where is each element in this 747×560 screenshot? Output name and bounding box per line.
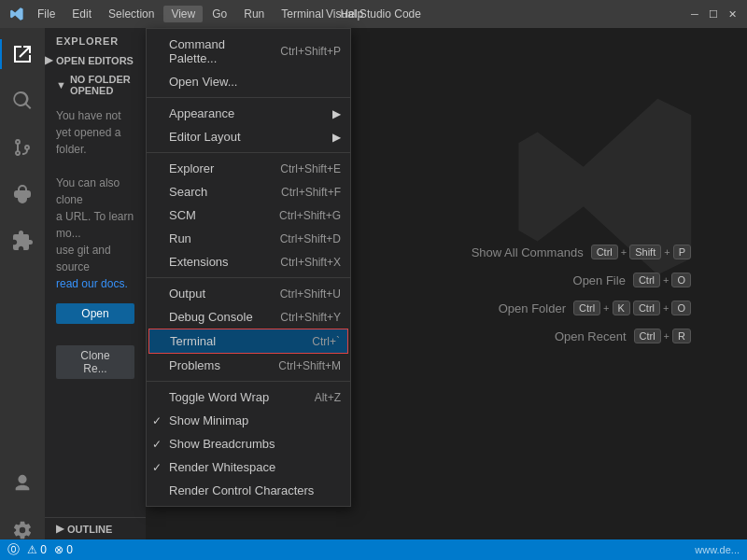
menu-render-control-chars[interactable]: Render Control Characters xyxy=(147,479,350,502)
key-ctrl: Ctrl xyxy=(573,301,600,315)
shortcut-label: Open Recent xyxy=(555,329,627,343)
activity-account[interactable] xyxy=(0,461,45,506)
main-layout: Explorer ▶ OPEN EDITORS ▼ NO FOLDER OPEN… xyxy=(0,28,747,560)
menu-terminal[interactable]: Terminal Ctrl+` xyxy=(148,329,348,354)
activity-explorer[interactable] xyxy=(0,32,45,77)
open-button[interactable]: Open xyxy=(56,303,134,324)
sidebar-open-editors[interactable]: ▶ OPEN EDITORS xyxy=(45,50,146,70)
menu-separator-4 xyxy=(147,381,350,382)
menu-view[interactable]: View xyxy=(163,6,203,22)
activity-extensions[interactable] xyxy=(0,218,45,263)
outline-label: OUTLINE xyxy=(67,524,112,535)
menu-extensions[interactable]: Extensions Ctrl+Shift+X xyxy=(147,250,350,273)
sidebar-header: Explorer xyxy=(45,28,146,50)
menu-separator-3 xyxy=(147,277,350,278)
menu-edit[interactable]: Edit xyxy=(64,6,99,22)
statusbar: ⓪ ⚠ 0 ⊗ 0 www.de... xyxy=(0,539,747,560)
shortcut-label: Show All Commands xyxy=(472,245,584,259)
menu-command-palette[interactable]: Command Palette... Ctrl+Shift+P xyxy=(147,33,350,70)
titlebar-menu: File Edit Selection View Go Run Terminal… xyxy=(30,6,371,22)
shortcut-open-folder: Open Folder Ctrl + K Ctrl + O xyxy=(472,301,691,315)
menu-scm[interactable]: SCM Ctrl+Shift+G xyxy=(147,203,350,227)
key-o: O xyxy=(671,273,691,287)
menu-go[interactable]: Go xyxy=(204,6,234,22)
window-controls: ─ ☐ ✕ xyxy=(689,8,738,20)
shortcut-list: Show All Commands Ctrl + Shift + P Open … xyxy=(472,245,691,343)
check-icon: ✓ xyxy=(152,414,162,427)
check-icon: ✓ xyxy=(152,438,162,451)
key-ctrl: Ctrl xyxy=(633,273,660,287)
menu-separator-1 xyxy=(147,97,350,98)
titlebar: File Edit Selection View Go Run Terminal… xyxy=(0,0,747,28)
menu-show-minimap[interactable]: ✓ Show Minimap xyxy=(147,409,350,432)
key-ctrl: Ctrl xyxy=(591,245,618,259)
menu-show-breadcrumbs[interactable]: ✓ Show Breadcrumbs xyxy=(147,432,350,455)
view-dropdown-menu: Command Palette... Ctrl+Shift+P Open Vie… xyxy=(146,28,351,507)
activity-debug[interactable] xyxy=(0,172,45,217)
key-p: P xyxy=(673,245,691,259)
website-label: www.de... xyxy=(695,544,740,555)
menu-problems[interactable]: Problems Ctrl+Shift+M xyxy=(147,354,350,377)
menu-output[interactable]: Output Ctrl+Shift+U xyxy=(147,282,350,305)
window-title: Visual Studio Code xyxy=(326,7,421,21)
kbd-group: Ctrl + R xyxy=(634,329,692,343)
menu-toggle-word-wrap[interactable]: Toggle Word Wrap Alt+Z xyxy=(147,385,350,409)
close-button[interactable]: ✕ xyxy=(726,8,738,20)
kbd-group: Ctrl + O xyxy=(633,273,691,287)
statusbar-left: ⓪ ⚠ 0 ⊗ 0 xyxy=(7,541,73,558)
warning-count[interactable]: ⊗ 0 xyxy=(54,543,73,556)
shortcut-open-file: Open File Ctrl + O xyxy=(472,273,691,287)
key-k: K xyxy=(613,301,630,315)
sidebar-content: You have not yet opened a folder. You ca… xyxy=(45,100,146,300)
kbd-group: Ctrl + Shift + P xyxy=(591,245,691,259)
activity-bar xyxy=(0,28,45,560)
menu-terminal[interactable]: Terminal xyxy=(274,6,331,22)
menu-search[interactable]: Search Ctrl+Shift+F xyxy=(147,180,350,203)
shortcut-label: Open Folder xyxy=(499,301,566,315)
menu-appearance[interactable]: Appearance ▶ xyxy=(147,102,350,125)
menu-debug-console[interactable]: Debug Console Ctrl+Shift+Y xyxy=(147,305,350,329)
error-count[interactable]: ⚠ 0 xyxy=(27,543,47,556)
menu-editor-layout[interactable]: Editor Layout ▶ xyxy=(147,125,350,148)
titlebar-left: File Edit Selection View Go Run Terminal… xyxy=(9,6,371,22)
shortcut-open-recent: Open Recent Ctrl + R xyxy=(472,329,691,343)
minimize-button[interactable]: ─ xyxy=(689,8,700,20)
menu-run[interactable]: Run Ctrl+Shift+D xyxy=(147,227,350,250)
menu-selection[interactable]: Selection xyxy=(101,6,162,22)
sidebar: Explorer ▶ OPEN EDITORS ▼ NO FOLDER OPEN… xyxy=(45,28,146,560)
shortcut-label: Open File xyxy=(573,273,626,287)
outline-section[interactable]: ▶ OUTLINE xyxy=(45,517,146,539)
submenu-arrow-appearance: ▶ xyxy=(332,107,341,120)
activity-search[interactable] xyxy=(0,78,45,123)
menu-render-whitespace[interactable]: ✓ Render Whitespace xyxy=(147,455,350,479)
maximize-button[interactable]: ☐ xyxy=(708,8,719,20)
key-o2: O xyxy=(671,301,691,315)
key-shift: Shift xyxy=(629,245,661,259)
key-r: R xyxy=(672,329,691,343)
sidebar-no-folder[interactable]: ▼ NO FOLDER OPENED xyxy=(45,70,146,100)
menu-separator-2 xyxy=(147,152,350,153)
submenu-arrow-editor-layout: ▶ xyxy=(332,131,341,144)
read-docs-link[interactable]: read our docs. xyxy=(56,277,128,290)
vscode-logo xyxy=(9,7,24,21)
outline-arrow: ▶ xyxy=(56,523,63,535)
menu-run[interactable]: Run xyxy=(236,6,272,22)
statusbar-right: www.de... xyxy=(695,544,740,555)
key-ctrl: Ctrl xyxy=(634,329,661,343)
key-ctrl2: Ctrl xyxy=(633,301,660,315)
menu-file[interactable]: File xyxy=(30,6,63,22)
menu-explorer[interactable]: Explorer Ctrl+Shift+E xyxy=(147,157,350,180)
remote-icon[interactable]: ⓪ xyxy=(7,541,20,558)
shortcut-show-all-commands: Show All Commands Ctrl + Shift + P xyxy=(472,245,691,259)
menu-open-view[interactable]: Open View... xyxy=(147,70,350,93)
kbd-group: Ctrl + K Ctrl + O xyxy=(573,301,691,315)
check-icon: ✓ xyxy=(152,461,162,474)
activity-source-control[interactable] xyxy=(0,125,45,170)
clone-button[interactable]: Clone Re... xyxy=(56,345,134,379)
